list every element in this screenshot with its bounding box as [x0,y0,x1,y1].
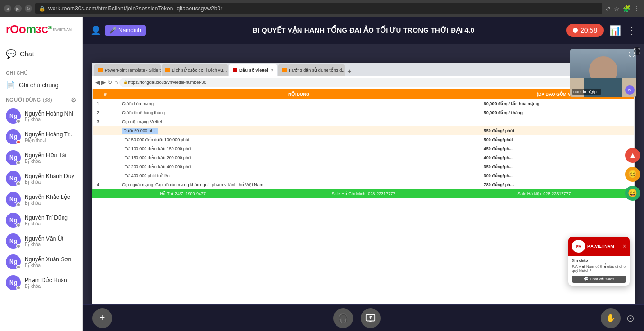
tab-favicon [165,68,170,72]
share-button[interactable]: ⇗ [605,5,611,12]
cell-num: 2 [93,108,118,117]
inner-home-button[interactable]: ⌂ [114,79,118,86]
cell-price: 550 đồng/ phút [480,126,634,135]
bottom-bar: + 🎧 ✋ ⊙ [83,304,644,331]
inner-refresh-button[interactable]: ↻ [108,79,112,86]
inner-tabs: PowerPoint Template - Slide th... × Lịch… [92,63,635,76]
logo-suffix-text: 3Cs [36,23,52,36]
bookmark-button[interactable]: ☆ [614,5,620,12]
forward-button[interactable]: ▶ [14,5,22,12]
screen-share: ⛶ namdinh@p... N PowerPoint Template - S… [83,44,644,304]
user-info: Nguyễn Văn Út Bị khóa [25,235,63,247]
add-button[interactable]: + [92,308,112,328]
menu-button[interactable]: ⋮ [634,5,640,12]
popup-close-button[interactable]: × [623,243,626,250]
stats-icon[interactable]: 📊 [609,25,621,36]
cell-price: 50,000 đồng/ tháng [480,108,634,117]
status-dot-lock [16,286,21,290]
tab-favicon [282,68,287,72]
expand-button[interactable]: ⊙ [626,308,635,328]
users-count: (38) [43,97,52,103]
cell-num: 1 [93,99,118,108]
logo-brand: PAVIETNAM [53,28,71,31]
user-status: Bị khóa [25,284,67,289]
record-dot [573,28,578,33]
col-num: # [93,89,118,99]
inner-fwd-button[interactable]: ▶ [101,79,106,86]
inner-tab[interactable]: Lịch sử cuộc gọi | Dịch vụ... × [162,64,228,76]
list-item[interactable]: Ng Nguyễn Khánh Duy Bị khóa [0,168,82,189]
settings-icon[interactable]: ⚙ [71,96,77,104]
new-tab-button[interactable]: + [345,66,353,76]
cell-content: - Từ 150.000 đến dưới 200.000 phút [118,153,480,162]
inner-back-button[interactable]: ◀ [95,79,100,86]
top-left: 👤 🎤 Namdinh [91,25,146,36]
presenter-mic-icon: 🎤 [109,27,117,34]
refresh-button[interactable]: ↻ [25,5,32,12]
inner-addressbar: ◀ ▶ ↻ ⌂ 🔒 https://tongdai.cloud/vn/viett… [92,76,635,89]
cell-price: 450 đồng/ph... [480,144,634,153]
browser-actions: ⇗ ☆ 🧩 ⋮ [605,5,640,12]
more-icon[interactable]: ⋮ [627,25,636,36]
chat-label: Chat [20,50,34,58]
table-row: 3 Gọi nội mạng Viettel [93,117,635,126]
cell-num [93,144,118,153]
smiley-button[interactable]: 😊 [625,167,640,182]
reaction-buttons: ▲ 😊 😄 [621,144,644,205]
list-item[interactable]: Ng Nguyễn Văn Út Bị khóa [0,231,82,251]
record-button[interactable]: 20:58 [566,24,604,37]
popup-greeting: Xin chào [572,259,626,263]
users-header: NGƯỜI DÙNG (38) ⚙ [0,92,82,106]
popup-chat-button[interactable]: 💬 Chat với sales [572,276,626,283]
fullscreen-button[interactable]: ⛶ [634,47,640,55]
inner-browser: PowerPoint Template - Slide th... × Lịch… [92,63,635,304]
list-item[interactable]: Ng Phạm Đức Huân Bị khóa [0,272,82,293]
avatar: Ng [6,275,21,290]
webcam-label: namdinh@p... [572,89,601,95]
list-item[interactable]: Ng Nguyễn Hoàng Nhi Bị khóa [0,106,82,126]
inner-tab-active[interactable]: Đầu số Viettel × [229,64,277,76]
users-title: NGƯỜI DÙNG [6,97,41,103]
browser-chrome: ◀ ▶ ↻ 🔒 work.room30s.com/html5client/joi… [0,0,644,17]
cell-content: - Từ 200.000 đến dưới 400.000 phút [118,162,480,171]
list-item[interactable]: Ng Nguyễn Xuân Sơn Bị khóa [0,251,82,272]
avatar: Ng [6,254,21,269]
sidebar: rOom 3Cs PAVIETNAM 💬 Chat GHI CHÚ 📄 Ghi … [0,17,83,331]
note-item[interactable]: 📄 Ghi chú chung [0,78,82,92]
user-name: Nguyễn Khắc Lộc [25,194,70,200]
footer-hcm: Sale Hồ Chí Minh: 028-22317777 [273,189,454,198]
laugh-button[interactable]: 😄 [625,186,640,201]
cell-content: Cước thuê hàng tháng [118,108,480,117]
screen-share-button[interactable] [361,308,381,328]
chat-item[interactable]: 💬 Chat [6,47,77,61]
note-icon: 📄 [6,81,15,89]
address-bar[interactable]: 🔒 work.room30s.com/html5client/join?sess… [35,3,602,14]
cell-content: Cước hòa mạng [118,99,480,108]
thumbs-up-button[interactable]: ▲ [625,148,640,163]
video-area: ⛶ namdinh@p... N PowerPoint Template - S… [83,44,644,304]
cell-content: Gọi ngoài mạng: Gọi tới các mạng khác ng… [118,180,480,189]
cell-price: 60,000 đồng/ lần hòa mạng [480,99,634,108]
table-row-highlight: Dưới 50.000 phút 550 đồng/ phút [93,126,635,135]
popup-logo-circle: PA [572,240,585,253]
status-dot-lock [16,223,21,228]
chat-section: 💬 Chat [0,42,82,66]
user-name: Nguyễn Xuân Sơn [25,256,71,263]
list-item[interactable]: Ng Nguyễn Trí Dũng Bị khóa [0,210,82,231]
inner-address-input[interactable]: 🔒 https://tongdai.cloud/vn/viettel-numbe… [119,78,612,87]
list-item[interactable]: Ng Nguyễn Hoàng Tr... Điện thoại [0,126,82,147]
footer-hotline: Hỗ Trợ 24/7: 1900 9477 [92,189,273,198]
tab-label: Lịch sử cuộc gọi | Dịch vụ... [172,68,227,72]
extension-button[interactable]: 🧩 [623,5,631,12]
raise-hand-button[interactable]: ✋ [601,308,621,328]
inner-tab[interactable]: Hướng dẫn sử dụng tổng đ... × [278,64,345,76]
user-manage-icon[interactable]: 👤 [91,25,101,36]
tab-close-icon[interactable]: × [271,68,273,72]
list-item[interactable]: Ng Nguyễn Hữu Tài Bị khóa [0,147,82,168]
popup-logo-area: PA P.A.VIETNAM [572,240,614,253]
headset-button[interactable]: 🎧 [333,308,353,328]
user-name: Nguyễn Khánh Duy [25,173,74,179]
back-button[interactable]: ◀ [4,5,11,12]
inner-tab[interactable]: PowerPoint Template - Slide th... × [94,64,161,76]
list-item[interactable]: Ng Nguyễn Khắc Lộc Bị khóa [0,189,82,210]
